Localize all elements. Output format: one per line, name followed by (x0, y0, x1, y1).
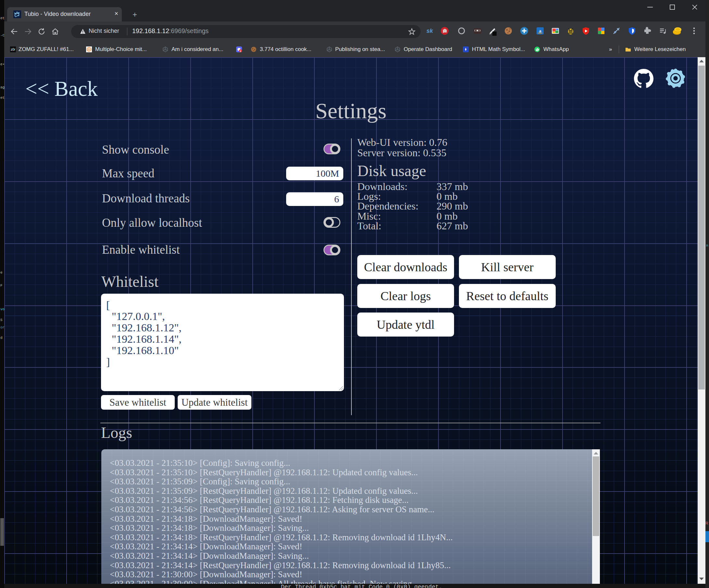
svg-text:a: a (539, 28, 542, 33)
svg-text:sk: sk (426, 28, 433, 34)
svg-text:z0r: z0r (11, 48, 16, 51)
svg-text:3: 3 (240, 50, 241, 52)
